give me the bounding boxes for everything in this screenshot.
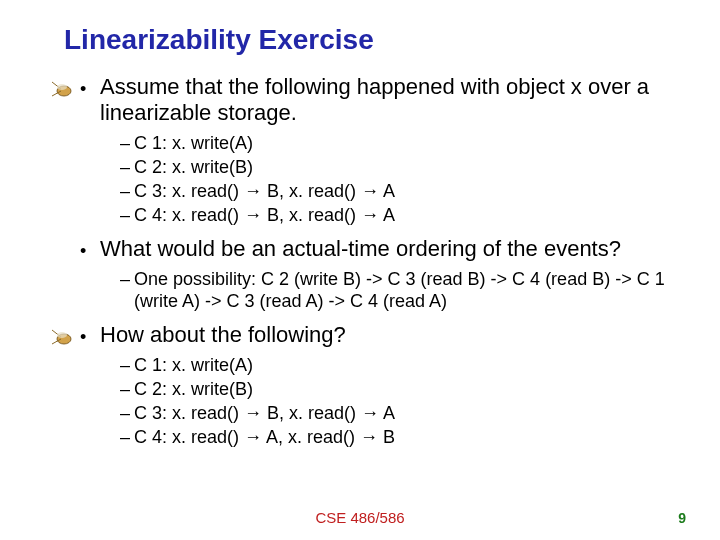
svg-point-3 [57, 332, 67, 338]
bullet-ordering: • What would be an actual-time ordering … [48, 236, 680, 262]
dash-icon: – [120, 426, 134, 448]
bullet-text: Assume that the following happened with … [100, 74, 680, 126]
bullet-assume: • Assume that the following happened wit… [48, 74, 680, 126]
dash-icon: – [120, 156, 134, 178]
sub-text: C 4: x. read() → A, x. read() → B [134, 426, 680, 448]
bullet-howabout: • How about the following? [48, 322, 680, 348]
bee-icon [48, 326, 74, 348]
dash-icon: – [120, 132, 134, 154]
sub-text: C 1: x. write(A) [134, 354, 680, 376]
sub-c4: –C 4: x. read() → B, x. read() → A [120, 204, 680, 226]
sub-c1: –C 1: x. write(A) [120, 132, 680, 154]
dash-icon: – [120, 204, 134, 226]
bullet-dot: • [80, 240, 90, 262]
sublist-2: –One possibility: C 2 (write B) -> C 3 (… [120, 268, 680, 312]
sub-c2b: –C 2: x. write(B) [120, 378, 680, 400]
dash-icon: – [120, 354, 134, 376]
sublist-3: –C 1: x. write(A) –C 2: x. write(B) –C 3… [120, 354, 680, 448]
bullet-dot: • [80, 326, 90, 348]
sub-text: C 2: x. write(B) [134, 378, 680, 400]
slide: Linearizability Exercise • Assume that t… [0, 0, 720, 540]
sub-c3b: –C 3: x. read() → B, x. read() → A [120, 402, 680, 424]
sub-possibility: –One possibility: C 2 (write B) -> C 3 (… [120, 268, 680, 312]
sub-c2: –C 2: x. write(B) [120, 156, 680, 178]
sub-text: C 4: x. read() → B, x. read() → A [134, 204, 680, 226]
sub-text: C 3: x. read() → B, x. read() → A [134, 402, 680, 424]
svg-point-1 [57, 84, 67, 90]
spacer-icon [48, 240, 74, 262]
slide-title: Linearizability Exercise [64, 24, 680, 56]
dash-icon: – [120, 378, 134, 400]
sub-c1b: –C 1: x. write(A) [120, 354, 680, 376]
sub-text: C 1: x. write(A) [134, 132, 680, 154]
dash-icon: – [120, 268, 134, 290]
footer-course: CSE 486/586 [0, 509, 720, 526]
sub-c4b: –C 4: x. read() → A, x. read() → B [120, 426, 680, 448]
sub-text: One possibility: C 2 (write B) -> C 3 (r… [134, 268, 680, 312]
dash-icon: – [120, 180, 134, 202]
sub-text: C 2: x. write(B) [134, 156, 680, 178]
sublist-1: –C 1: x. write(A) –C 2: x. write(B) –C 3… [120, 132, 680, 226]
sub-c3: –C 3: x. read() → B, x. read() → A [120, 180, 680, 202]
bullet-dot: • [80, 78, 90, 100]
bee-icon [48, 78, 74, 100]
bullet-text: How about the following? [100, 322, 680, 348]
bullet-text: What would be an actual-time ordering of… [100, 236, 680, 262]
dash-icon: – [120, 402, 134, 424]
page-number: 9 [678, 510, 686, 526]
sub-text: C 3: x. read() → B, x. read() → A [134, 180, 680, 202]
